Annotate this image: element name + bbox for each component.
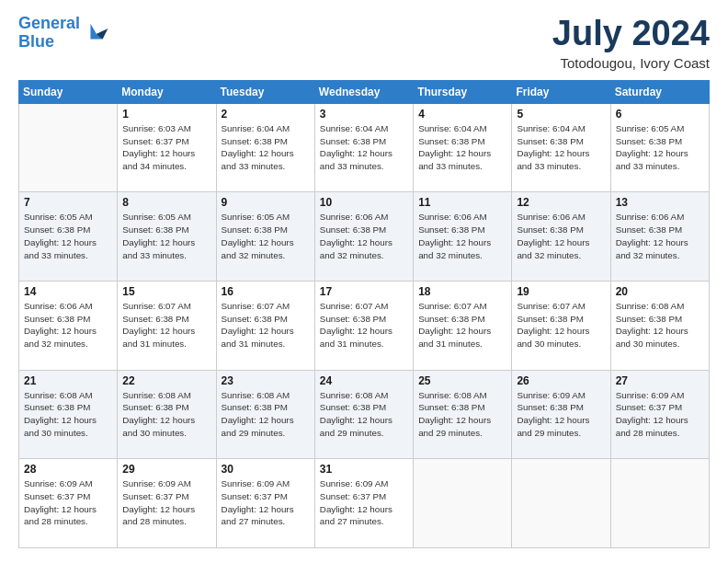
calendar-cell: 1Sunrise: 6:03 AMSunset: 6:37 PMDaylight… (118, 103, 216, 192)
day-number: 17 (320, 285, 408, 298)
day-number: 10 (320, 196, 408, 209)
calendar-cell (19, 103, 118, 192)
day-info: Sunrise: 6:04 AMSunset: 6:38 PMDaylight:… (222, 122, 310, 173)
day-info: Sunrise: 6:07 AMSunset: 6:38 PMDaylight:… (517, 300, 605, 350)
day-number: 20 (616, 285, 704, 298)
calendar-cell: 12Sunrise: 6:06 AMSunset: 6:38 PMDayligh… (512, 192, 610, 282)
day-number: 7 (24, 196, 112, 209)
page: General Blue July 2024 Totodougou, Ivory… (0, 0, 728, 563)
calendar-cell: 8Sunrise: 6:05 AMSunset: 6:38 PMDaylight… (118, 192, 216, 282)
calendar-cell (610, 459, 709, 548)
calendar-week-row: 7Sunrise: 6:05 AMSunset: 6:38 PMDaylight… (19, 192, 710, 282)
day-number: 30 (222, 463, 310, 476)
day-number: 14 (24, 285, 112, 298)
day-number: 21 (24, 374, 112, 387)
day-number: 5 (517, 108, 605, 121)
calendar-cell: 28Sunrise: 6:09 AMSunset: 6:37 PMDayligh… (19, 459, 118, 548)
calendar-week-row: 21Sunrise: 6:08 AMSunset: 6:38 PMDayligh… (19, 370, 710, 459)
day-number: 29 (122, 463, 210, 476)
calendar-cell: 20Sunrise: 6:08 AMSunset: 6:38 PMDayligh… (610, 282, 709, 371)
logo-line1: General (18, 14, 80, 32)
calendar-cell: 10Sunrise: 6:06 AMSunset: 6:38 PMDayligh… (314, 192, 413, 282)
day-info: Sunrise: 6:07 AMSunset: 6:38 PMDaylight:… (418, 300, 506, 350)
calendar-cell: 18Sunrise: 6:07 AMSunset: 6:38 PMDayligh… (414, 282, 512, 371)
day-info: Sunrise: 6:05 AMSunset: 6:38 PMDaylight:… (616, 122, 704, 173)
calendar-cell: 11Sunrise: 6:06 AMSunset: 6:38 PMDayligh… (414, 192, 512, 282)
day-info: Sunrise: 6:08 AMSunset: 6:38 PMDaylight:… (320, 389, 408, 440)
day-number: 18 (418, 285, 506, 298)
calendar-cell: 31Sunrise: 6:09 AMSunset: 6:37 PMDayligh… (314, 459, 413, 548)
day-info: Sunrise: 6:06 AMSunset: 6:38 PMDaylight:… (418, 211, 506, 261)
weekday-header: Monday (118, 80, 216, 103)
calendar-cell: 9Sunrise: 6:05 AMSunset: 6:38 PMDaylight… (216, 192, 314, 282)
day-number: 4 (418, 108, 506, 121)
calendar-cell: 27Sunrise: 6:09 AMSunset: 6:37 PMDayligh… (610, 370, 709, 459)
calendar-cell: 25Sunrise: 6:08 AMSunset: 6:38 PMDayligh… (414, 370, 512, 459)
day-info: Sunrise: 6:09 AMSunset: 6:38 PMDaylight:… (517, 389, 605, 440)
calendar-cell: 23Sunrise: 6:08 AMSunset: 6:38 PMDayligh… (216, 370, 314, 459)
calendar-cell: 5Sunrise: 6:04 AMSunset: 6:38 PMDaylight… (512, 103, 610, 192)
day-info: Sunrise: 6:06 AMSunset: 6:38 PMDaylight:… (320, 211, 408, 261)
day-number: 13 (616, 196, 704, 209)
calendar-cell: 17Sunrise: 6:07 AMSunset: 6:38 PMDayligh… (314, 282, 413, 371)
day-info: Sunrise: 6:09 AMSunset: 6:37 PMDaylight:… (222, 477, 310, 528)
day-number: 25 (418, 374, 506, 387)
day-info: Sunrise: 6:09 AMSunset: 6:37 PMDaylight:… (24, 477, 112, 528)
day-info: Sunrise: 6:08 AMSunset: 6:38 PMDaylight:… (24, 389, 112, 440)
day-number: 24 (320, 374, 408, 387)
calendar-cell: 14Sunrise: 6:06 AMSunset: 6:38 PMDayligh… (19, 282, 118, 371)
day-number: 2 (222, 108, 310, 121)
logo-text: General Blue (18, 15, 80, 52)
header: General Blue July 2024 Totodougou, Ivory… (18, 15, 710, 71)
calendar-cell: 7Sunrise: 6:05 AMSunset: 6:38 PMDaylight… (19, 192, 118, 282)
day-info: Sunrise: 6:08 AMSunset: 6:38 PMDaylight:… (122, 389, 210, 440)
calendar-cell: 3Sunrise: 6:04 AMSunset: 6:38 PMDaylight… (314, 103, 413, 192)
calendar-cell: 16Sunrise: 6:07 AMSunset: 6:38 PMDayligh… (216, 282, 314, 371)
day-number: 3 (320, 108, 408, 121)
day-number: 27 (616, 374, 704, 387)
calendar-week-row: 28Sunrise: 6:09 AMSunset: 6:37 PMDayligh… (19, 459, 710, 548)
weekday-header: Wednesday (314, 80, 413, 103)
day-info: Sunrise: 6:06 AMSunset: 6:38 PMDaylight:… (517, 211, 605, 261)
day-info: Sunrise: 6:08 AMSunset: 6:38 PMDaylight:… (222, 389, 310, 440)
calendar-cell (512, 459, 610, 548)
calendar-cell: 24Sunrise: 6:08 AMSunset: 6:38 PMDayligh… (314, 370, 413, 459)
calendar-cell: 15Sunrise: 6:07 AMSunset: 6:38 PMDayligh… (118, 282, 216, 371)
calendar-table: SundayMondayTuesdayWednesdayThursdayFrid… (18, 80, 710, 548)
day-info: Sunrise: 6:06 AMSunset: 6:38 PMDaylight:… (24, 300, 112, 350)
weekday-header-row: SundayMondayTuesdayWednesdayThursdayFrid… (19, 80, 710, 103)
day-number: 28 (24, 463, 112, 476)
day-number: 12 (517, 196, 605, 209)
day-number: 19 (517, 285, 605, 298)
day-number: 6 (616, 108, 704, 121)
day-number: 23 (222, 374, 310, 387)
month-year: July 2024 (552, 15, 710, 53)
day-info: Sunrise: 6:08 AMSunset: 6:38 PMDaylight:… (418, 389, 506, 440)
day-info: Sunrise: 6:08 AMSunset: 6:38 PMDaylight:… (616, 300, 704, 350)
day-info: Sunrise: 6:06 AMSunset: 6:38 PMDaylight:… (616, 211, 704, 261)
day-number: 9 (222, 196, 310, 209)
day-info: Sunrise: 6:03 AMSunset: 6:37 PMDaylight:… (122, 122, 210, 173)
weekday-header: Tuesday (216, 80, 314, 103)
calendar-cell: 6Sunrise: 6:05 AMSunset: 6:38 PMDaylight… (610, 103, 709, 192)
day-info: Sunrise: 6:04 AMSunset: 6:38 PMDaylight:… (418, 122, 506, 173)
calendar-cell: 2Sunrise: 6:04 AMSunset: 6:38 PMDaylight… (216, 103, 314, 192)
day-info: Sunrise: 6:07 AMSunset: 6:38 PMDaylight:… (222, 300, 310, 350)
day-info: Sunrise: 6:05 AMSunset: 6:38 PMDaylight:… (24, 211, 112, 261)
day-number: 22 (122, 374, 210, 387)
weekday-header: Saturday (610, 80, 709, 103)
calendar-cell: 13Sunrise: 6:06 AMSunset: 6:38 PMDayligh… (610, 192, 709, 282)
calendar-week-row: 1Sunrise: 6:03 AMSunset: 6:37 PMDaylight… (19, 103, 710, 192)
day-info: Sunrise: 6:07 AMSunset: 6:38 PMDaylight:… (122, 300, 210, 350)
day-info: Sunrise: 6:05 AMSunset: 6:38 PMDaylight:… (222, 211, 310, 261)
day-info: Sunrise: 6:09 AMSunset: 6:37 PMDaylight:… (122, 477, 210, 528)
calendar-cell: 21Sunrise: 6:08 AMSunset: 6:38 PMDayligh… (19, 370, 118, 459)
day-number: 26 (517, 374, 605, 387)
calendar-cell (414, 459, 512, 548)
day-info: Sunrise: 6:09 AMSunset: 6:37 PMDaylight:… (320, 477, 408, 528)
title-block: July 2024 Totodougou, Ivory Coast (552, 15, 710, 71)
weekday-header: Friday (512, 80, 610, 103)
day-info: Sunrise: 6:04 AMSunset: 6:38 PMDaylight:… (517, 122, 605, 173)
logo-icon (84, 20, 109, 46)
calendar-cell: 30Sunrise: 6:09 AMSunset: 6:37 PMDayligh… (216, 459, 314, 548)
